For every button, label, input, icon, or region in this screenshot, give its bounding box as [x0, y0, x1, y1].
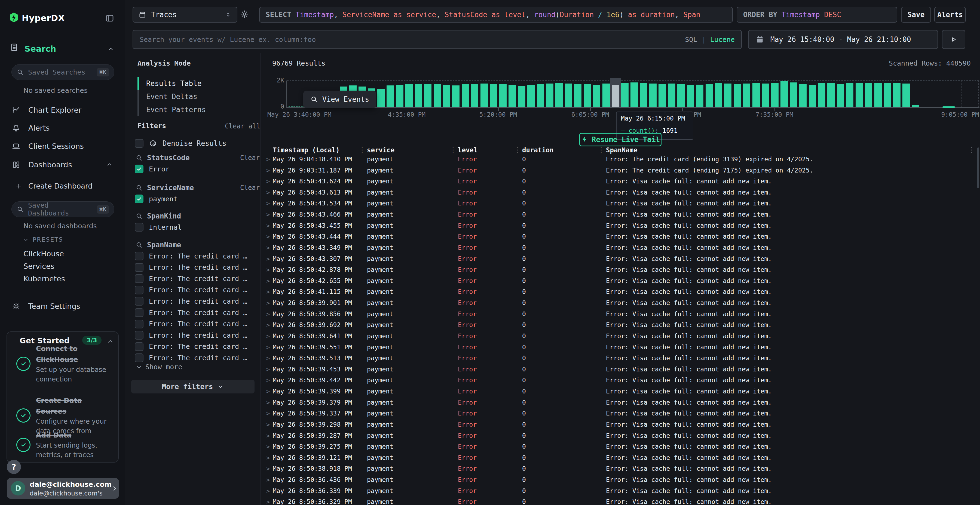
row-expand-chevron-icon[interactable]: > — [266, 264, 270, 275]
row-expand-chevron-icon[interactable]: > — [266, 496, 270, 505]
chart-bar[interactable] — [480, 84, 488, 107]
filter-option[interactable]: Error: The credit card … — [135, 273, 256, 284]
date-range-picker[interactable]: May 26 15:40:00 - May 26 21:10:00 — [748, 30, 938, 49]
checkbox-unchecked[interactable] — [135, 342, 143, 351]
row-expand-chevron-icon[interactable]: > — [266, 463, 270, 474]
row-expand-chevron-icon[interactable]: > — [266, 275, 270, 286]
source-select[interactable]: Traces — [132, 7, 237, 22]
row-expand-chevron-icon[interactable]: > — [266, 408, 270, 419]
chart-bar[interactable] — [724, 84, 732, 107]
chart-bar[interactable] — [452, 86, 460, 107]
row-expand-chevron-icon[interactable]: > — [266, 353, 270, 364]
filter-option[interactable]: Error: The credit card … — [135, 284, 256, 296]
chart-bar[interactable] — [603, 84, 610, 107]
row-expand-chevron-icon[interactable]: > — [266, 342, 270, 353]
filter-option[interactable]: Error: The credit card … — [135, 341, 256, 353]
chart-bar[interactable] — [443, 85, 450, 108]
chart-bar[interactable] — [733, 84, 741, 107]
filter-option[interactable]: Error — [135, 163, 256, 175]
row-expand-chevron-icon[interactable]: > — [266, 364, 270, 375]
chart-bar[interactable] — [574, 84, 581, 107]
sidebar-item-team-settings[interactable]: Team Settings — [0, 298, 125, 314]
clear-filter-link[interactable]: Clear — [240, 154, 260, 162]
chart-bar[interactable] — [762, 84, 769, 107]
chart-bar[interactable] — [715, 83, 722, 107]
row-expand-chevron-icon[interactable]: > — [266, 330, 270, 342]
chart-bar[interactable] — [818, 83, 826, 107]
chart-bar[interactable] — [659, 84, 666, 107]
row-expand-chevron-icon[interactable]: > — [266, 386, 270, 397]
sidebar-item-search[interactable]: Search — [24, 44, 56, 54]
resume-live-tail-button[interactable]: Resume Live Tail — [579, 133, 662, 146]
chart-bar[interactable] — [593, 85, 600, 108]
filter-option[interactable]: Error: The credit card … — [135, 250, 256, 262]
column-drag-handle-icon[interactable]: ⋮ — [359, 146, 366, 154]
row-expand-chevron-icon[interactable]: > — [266, 419, 270, 430]
chart-bar[interactable] — [677, 84, 685, 107]
presets-toggle[interactable]: PRESETS — [23, 236, 63, 243]
chart-bar[interactable] — [584, 84, 591, 107]
filter-option[interactable]: Error: The credit card … — [135, 307, 256, 318]
scrollbar-thumb[interactable] — [977, 148, 979, 188]
chart-bar[interactable] — [640, 83, 647, 107]
chart-bar[interactable] — [377, 89, 385, 107]
checkbox-unchecked[interactable] — [135, 308, 143, 317]
lucene-search-input[interactable]: Search your events w/ Lucene ex. column:… — [132, 30, 742, 49]
chart-bar[interactable] — [687, 85, 694, 107]
filter-option[interactable]: Error: The credit card … — [135, 352, 256, 364]
denoise-results-checkbox-row[interactable]: Denoise Results — [135, 137, 255, 149]
sql-select-input[interactable]: SELECT Timestamp, ServiceName as service… — [259, 7, 733, 22]
more-filters-button[interactable]: More filters — [131, 380, 255, 394]
chevron-up-icon[interactable] — [107, 46, 115, 53]
checkbox-unchecked[interactable] — [135, 139, 143, 148]
search-icon[interactable] — [135, 184, 143, 191]
chart-bar[interactable] — [771, 83, 778, 107]
chart-bar[interactable] — [527, 85, 535, 108]
filter-option[interactable]: payment — [135, 193, 256, 205]
checkbox-unchecked[interactable] — [135, 297, 143, 306]
source-settings-gear-icon[interactable] — [240, 10, 249, 19]
saved-searches-input[interactable]: Saved Searches ⌘K — [11, 64, 115, 80]
checkbox-checked[interactable] — [135, 195, 143, 203]
row-expand-chevron-icon[interactable]: > — [266, 452, 270, 464]
chart-bar[interactable] — [612, 85, 619, 107]
chart-bar[interactable] — [649, 84, 657, 107]
chart-bar[interactable] — [546, 84, 554, 108]
row-expand-chevron-icon[interactable]: > — [266, 231, 270, 242]
checkbox-unchecked[interactable] — [135, 353, 143, 362]
column-drag-handle-icon[interactable]: ⋮ — [968, 146, 975, 154]
chart-bar[interactable] — [790, 83, 797, 107]
checkbox-unchecked[interactable] — [135, 223, 143, 232]
clear-filter-link[interactable]: Clear — [240, 184, 260, 192]
row-expand-chevron-icon[interactable]: > — [266, 430, 270, 441]
clear-all-filters-link[interactable]: Clear all — [225, 122, 260, 130]
checkbox-checked[interactable] — [135, 165, 143, 173]
chart-bar[interactable] — [396, 85, 403, 107]
sidebar-item-client-sessions[interactable]: Client Sessions — [0, 138, 125, 154]
sidebar-item-alerts[interactable]: Alerts — [0, 119, 125, 136]
row-expand-chevron-icon[interactable]: > — [266, 485, 270, 497]
chart-bar[interactable] — [912, 105, 919, 107]
checkbox-unchecked[interactable] — [135, 252, 143, 260]
checkbox-unchecked[interactable] — [135, 263, 143, 272]
search-icon[interactable] — [135, 241, 143, 248]
chart-bar[interactable] — [846, 83, 853, 108]
chart-bar[interactable] — [499, 84, 507, 107]
chart-bar[interactable] — [415, 84, 422, 107]
lucene-toggle[interactable]: Lucene — [710, 36, 735, 43]
chart-bar[interactable] — [509, 85, 516, 107]
column-drag-handle-icon[interactable]: ⋮ — [514, 146, 521, 154]
row-expand-chevron-icon[interactable]: > — [266, 297, 270, 308]
create-dashboard-button[interactable]: Create Dashboard — [0, 178, 125, 194]
chart-bar[interactable] — [706, 84, 713, 107]
get-started-step[interactable]: Add Data Start sending logs, metrics, or… — [16, 430, 111, 460]
column-drag-handle-icon[interactable]: ⋮ — [450, 146, 457, 154]
chart-bar[interactable] — [462, 84, 469, 107]
chart-bar[interactable] — [565, 84, 572, 107]
chart-bar[interactable] — [471, 84, 478, 107]
analysis-mode-results-table[interactable]: Results Table — [146, 77, 202, 90]
chart-bar[interactable] — [405, 84, 413, 107]
chart-bar[interactable] — [434, 84, 441, 107]
row-expand-chevron-icon[interactable]: > — [266, 220, 270, 231]
chart-bar[interactable] — [743, 84, 750, 107]
